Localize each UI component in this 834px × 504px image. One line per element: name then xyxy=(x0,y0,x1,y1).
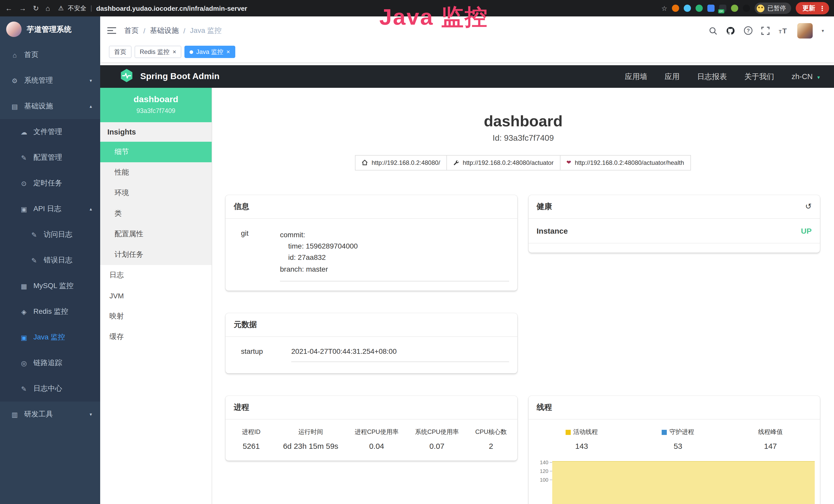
sidebar-item-error-logs[interactable]: ✎ 错误日志 xyxy=(0,248,100,273)
paused-badge[interactable]: 已暂停 xyxy=(755,3,791,14)
wrench-icon xyxy=(453,159,459,166)
browser-nav: ← → ↻ ⌂ xyxy=(5,4,50,12)
config-edit-icon: ✎ xyxy=(20,154,28,161)
tab-java-monitor[interactable]: Java 监控 × xyxy=(184,46,235,58)
tab-redis-monitor[interactable]: Redis 监控 × xyxy=(135,46,181,58)
instance-link-root[interactable]: http://192.168.0.2:48080/ xyxy=(355,155,447,170)
extension-icon[interactable] xyxy=(707,5,715,12)
info-values: commit: time: 1596289704000 id: 27aa832 … xyxy=(280,229,509,281)
forward-icon[interactable]: → xyxy=(19,4,26,12)
chevron-down-icon: ▾ xyxy=(90,78,92,83)
redis-monitor-icon: ◈ xyxy=(20,308,28,316)
sidebar-item-java-monitor[interactable]: ▣ Java 监控 xyxy=(0,324,100,350)
user-avatar[interactable] xyxy=(797,23,813,38)
card-title-threads: 线程 xyxy=(536,403,552,412)
sba-item-logs[interactable]: 日志 xyxy=(100,265,212,285)
sba-item-classes[interactable]: 类 xyxy=(100,203,212,224)
instance-link-health[interactable]: ❤ http://192.168.0.2:48080/actuator/heal… xyxy=(560,155,691,170)
info-key: git xyxy=(234,229,280,281)
card-title-info: 信息 xyxy=(234,202,249,211)
chevron-up-icon: ▴ xyxy=(90,206,92,211)
question-icon[interactable]: ? xyxy=(744,26,753,35)
close-icon[interactable]: × xyxy=(173,49,176,55)
sba-item-details[interactable]: 细节 xyxy=(100,142,212,162)
access-log-icon: ✎ xyxy=(30,231,39,238)
close-icon[interactable]: × xyxy=(226,49,230,55)
sidebar-item-file-management[interactable]: ☁ 文件管理 xyxy=(0,119,100,145)
instance-name: dashboard xyxy=(104,94,207,105)
address-bar[interactable]: ⚠ 不安全 | dashboard.yudao.iocoder.cn/infra… xyxy=(58,4,656,13)
stat-cpu-cores: CPU核心数 2 xyxy=(475,428,507,450)
hamburger-icon[interactable] xyxy=(107,27,116,35)
url-text[interactable]: dashboard.yudao.iocoder.cn/infra/admin-s… xyxy=(96,4,247,12)
breadcrumb-home[interactable]: 首页 xyxy=(124,26,139,35)
extension-icon[interactable] xyxy=(696,5,703,12)
breadcrumb-infrastructure[interactable]: 基础设施 xyxy=(150,26,179,35)
sba-item-config-props[interactable]: 配置属性 xyxy=(100,224,212,245)
sidebar-item-api-logs[interactable]: ▣ API 日志 ▴ xyxy=(0,196,100,222)
reload-icon[interactable]: ↻ xyxy=(33,4,39,12)
home-icon xyxy=(362,160,368,165)
security-label[interactable]: 不安全 xyxy=(68,4,86,13)
kebab-menu-icon[interactable]: ⋮ xyxy=(819,4,826,12)
extension-icon[interactable] xyxy=(684,5,691,12)
sba-item-caches[interactable]: 缓存 xyxy=(100,327,212,347)
sba-header: Spring Boot Admin 应用墙 应用 日志报表 关于我们 zh-CN… xyxy=(100,65,834,88)
breadcrumb-separator: / xyxy=(183,26,185,35)
sba-brand-title[interactable]: Spring Boot Admin xyxy=(140,71,220,82)
extension-icon[interactable] xyxy=(743,5,750,12)
sba-item-environment[interactable]: 环境 xyxy=(100,183,212,203)
history-icon[interactable]: ↺ xyxy=(805,202,812,211)
chevron-down-icon[interactable]: ▾ xyxy=(822,28,824,33)
health-card: 健康 ↺ Instance UP xyxy=(528,195,820,252)
app-logo-row[interactable]: 芋道管理系统 xyxy=(0,17,100,42)
metadata-row: startup 2021-04-27T00:44:31.254+08:00 xyxy=(225,337,517,373)
chart-y-axis: 140 120 100 xyxy=(533,460,552,504)
bookmark-star-icon[interactable]: ☆ xyxy=(661,4,667,12)
sidebar-item-access-logs[interactable]: ✎ 访问日志 xyxy=(0,222,100,248)
status-badge: UP xyxy=(801,226,812,235)
sba-nav-applications[interactable]: 应用 xyxy=(665,72,680,82)
sidebar-item-home[interactable]: ⌂ 首页 xyxy=(0,42,100,68)
extension-icon[interactable] xyxy=(672,5,679,12)
home-icon[interactable]: ⌂ xyxy=(45,4,50,12)
tab-home[interactable]: 首页 xyxy=(109,46,132,58)
extension-icon[interactable] xyxy=(731,5,738,12)
sidebar-item-redis-monitor[interactable]: ◈ Redis 监控 xyxy=(0,299,100,324)
card-title-metadata: 元数据 xyxy=(234,320,257,330)
sidebar-item-log-center[interactable]: ✎ 日志中心 xyxy=(0,376,100,402)
sidebar-item-infrastructure[interactable]: ▤ 基础设施 ▴ xyxy=(0,93,100,119)
sidebar-item-mysql-monitor[interactable]: ▦ MySQL 监控 xyxy=(0,273,100,299)
update-button[interactable]: 更新 ⋮ xyxy=(796,2,829,15)
search-icon[interactable] xyxy=(709,26,717,35)
sba-locale-select[interactable]: zh-CN ▾ xyxy=(792,72,820,81)
sba-sidebar: dashboard 93a3fc7f7409 Insights 细节 性能 环境… xyxy=(100,88,212,504)
sidebar-item-trace[interactable]: ◎ 链路追踪 xyxy=(0,350,100,376)
github-icon[interactable] xyxy=(726,26,736,35)
stat-uptime: 运行时间 6d 23h 15m 59s xyxy=(283,428,338,450)
sba-item-mappings[interactable]: 映射 xyxy=(100,306,212,327)
app-sidebar: 芋道管理系统 ⌂ 首页 ⚙ 系统管理 ▾ ▤ 基础设施 ▴ ☁ xyxy=(0,17,100,504)
sba-item-performance[interactable]: 性能 xyxy=(100,162,212,183)
sidebar-item-devtools[interactable]: ▥ 研发工具 ▾ xyxy=(0,402,100,427)
threads-chart: 140 120 100 xyxy=(533,460,815,504)
instance-link-actuator[interactable]: http://192.168.0.2:48080/actuator xyxy=(446,155,561,170)
extension-icon[interactable]: on xyxy=(719,5,726,12)
breadcrumb-separator: / xyxy=(143,26,146,35)
sba-item-jvm[interactable]: JVM xyxy=(100,285,212,306)
mysql-monitor-icon: ▦ xyxy=(20,282,28,290)
sba-nav-about[interactable]: 关于我们 xyxy=(744,72,774,82)
trace-icon: ◎ xyxy=(20,359,28,367)
fullscreen-icon[interactable] xyxy=(762,26,770,35)
sidebar-item-scheduled-tasks[interactable]: ⊙ 定时任务 xyxy=(0,170,100,196)
tag-view-bar: 首页 Redis 监控 × Java 监控 × xyxy=(100,45,834,62)
sba-nav-wallboard[interactable]: 应用墙 xyxy=(625,72,647,82)
instance-header[interactable]: dashboard 93a3fc7f7409 xyxy=(100,88,212,122)
sidebar-item-system[interactable]: ⚙ 系统管理 ▾ xyxy=(0,68,100,93)
font-size-icon[interactable]: TT xyxy=(778,26,789,35)
stat-process-cpu: 进程CPU使用率 0.04 xyxy=(355,428,399,450)
back-icon[interactable]: ← xyxy=(5,4,12,12)
sidebar-item-config-management[interactable]: ✎ 配置管理 xyxy=(0,145,100,170)
sba-nav-journal[interactable]: 日志报表 xyxy=(697,72,727,82)
sba-item-scheduled-tasks[interactable]: 计划任务 xyxy=(100,245,212,265)
